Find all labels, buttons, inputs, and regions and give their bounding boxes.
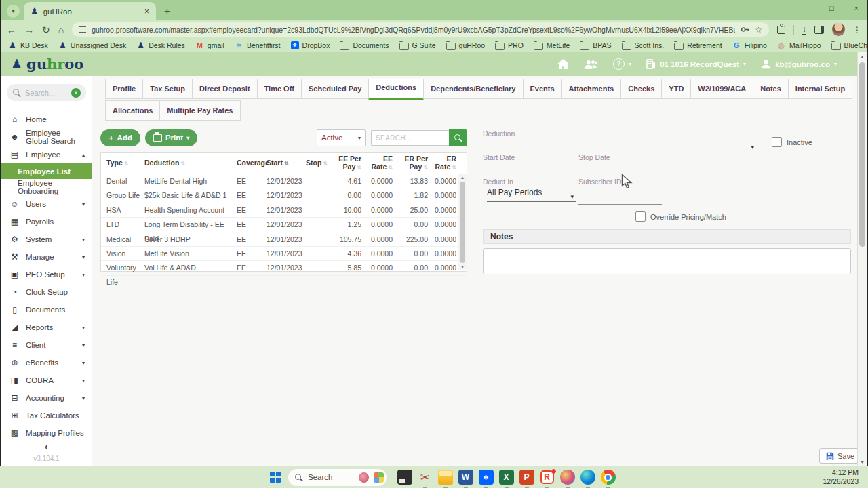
notes-textarea[interactable] [483, 248, 851, 274]
tab-w2-1099-aca[interactable]: W2/1099/ACA [690, 79, 753, 99]
taskbar-chrome-icon[interactable] [600, 470, 616, 485]
tab-tax-setup[interactable]: Tax Setup [142, 79, 193, 99]
site-info-icon[interactable] [79, 26, 86, 33]
taskbar-desktop-icon[interactable] [397, 470, 412, 485]
guhroo-logo[interactable]: ♟ guhroo [11, 57, 83, 71]
sidebar-item-employee-global-search[interactable]: ☻ Employee Global Search [1, 128, 92, 146]
table-scroll-thumb[interactable] [460, 182, 465, 263]
add-button[interactable]: + Add [100, 129, 140, 146]
taskbar-search[interactable]: Search [288, 468, 387, 487]
column-header[interactable]: Deduction⇅ [142, 159, 237, 168]
deductions-search-input[interactable] [371, 130, 449, 146]
tab-dependents-beneficiary[interactable]: Dependents/Beneficiary [423, 79, 523, 99]
address-bar[interactable]: guhroo.prosoftware.com/master.aspx#emplo… [72, 22, 769, 37]
column-header[interactable]: ER Per Pay⇅ [395, 155, 431, 172]
tab-notes[interactable]: Notes [753, 79, 789, 99]
deduction-select[interactable]: ▾ [483, 139, 756, 152]
sidebar-item-ebenefits[interactable]: ⊕ eBenefits ▾ [1, 354, 92, 371]
help-icon[interactable]: ? ▾ [613, 58, 631, 70]
new-tab-button[interactable]: + [164, 5, 170, 16]
sidebar-item-employee-onboarding[interactable]: Employee Onboarding [1, 179, 92, 195]
bookmark-item[interactable]: ≋ Benefitfirst [235, 41, 281, 50]
tab-direct-deposit[interactable]: Direct Deposit [192, 79, 258, 99]
sort-icon[interactable]: ⇅ [357, 165, 361, 171]
column-header[interactable]: ER Rate⇅ [431, 155, 459, 172]
sidebar-item-reports[interactable]: ◢ Reports ▾ [1, 319, 92, 336]
tab-close-icon[interactable]: × [144, 7, 149, 16]
sidebar-item-clock-setup[interactable]: ◔ Clock Setup [1, 283, 92, 301]
bookmark-item[interactable]: Retirement [674, 41, 722, 50]
inactive-checkbox-group[interactable]: Inactive [772, 137, 812, 147]
tab-deductions[interactable]: Deductions [368, 79, 424, 100]
sidebar-item-peo-setup[interactable]: ▣ PEO Setup ▾ [1, 266, 92, 283]
refresh-icon[interactable]: ↻ [42, 25, 50, 35]
clear-search-icon[interactable]: × [71, 88, 81, 98]
tab-scheduled-pay[interactable]: Scheduled Pay [301, 79, 369, 99]
scroll-up-icon[interactable]: ▲ [460, 174, 465, 181]
bookmark-item[interactable]: ♟ KB Desk [8, 41, 48, 50]
inactive-checkbox[interactable] [772, 137, 782, 147]
user-account-menu[interactable]: kb@guhroo.co ▾ [761, 59, 837, 69]
downloads-icon[interactable]: ↓ [802, 24, 806, 35]
column-header[interactable]: Stop⇅ [306, 159, 332, 168]
bookmark-item[interactable]: MetLife [534, 41, 570, 50]
save-button[interactable]: Save [819, 448, 861, 464]
employees-group-icon[interactable] [584, 60, 598, 69]
taskbar-edge-icon[interactable] [580, 470, 595, 485]
sidebar-item-client[interactable]: ≡ Client ▾ [1, 336, 92, 354]
sidebar-item-system[interactable]: ⚙ System ▾ [1, 230, 92, 248]
sidebar-item-tax-calculators[interactable]: ⊞ Tax Calculators [1, 407, 92, 424]
bookmark-item[interactable]: Documents [340, 41, 389, 50]
scroll-down-icon[interactable]: ▼ [460, 264, 465, 270]
sidebar-item-home[interactable]: ⌂ Home [1, 110, 92, 128]
sort-icon[interactable]: ⇅ [180, 161, 185, 167]
column-header[interactable]: EE Rate⇅ [364, 155, 395, 172]
table-row[interactable]: Medical Silver 3 HDHP EE 12/01/2023 105.… [101, 232, 467, 247]
sort-icon[interactable]: ⇅ [452, 165, 456, 171]
column-header[interactable]: Coverage⇅ [237, 159, 267, 168]
bookmark-item[interactable]: guHRoo [446, 41, 486, 50]
forward-icon[interactable]: → [24, 25, 34, 35]
column-header[interactable]: Type⇅ [101, 159, 142, 168]
bookmark-item[interactable]: G Suite [399, 41, 436, 50]
sidebar-item-manage[interactable]: ⚒ Manage ▾ [1, 248, 92, 266]
subscriber-id-input[interactable] [578, 186, 662, 205]
taskbar-snipping-tool-icon[interactable]: ✂ [417, 470, 433, 485]
sidebar-item-accounting[interactable]: ⊟ Accounting ▾ [1, 389, 92, 407]
sidebar-search[interactable]: Search... × [7, 84, 86, 101]
home-icon[interactable] [557, 59, 569, 69]
tab-multiple-pay-rates[interactable]: Multiple Pay Rates [159, 100, 240, 121]
bookmark-item[interactable]: BPAS [580, 41, 611, 50]
start-date-input[interactable] [483, 161, 580, 176]
tab-ytd[interactable]: YTD [661, 79, 691, 99]
sort-icon[interactable]: ⇅ [284, 161, 289, 167]
search-button[interactable] [449, 129, 467, 146]
column-header[interactable]: EE Per Pay⇅ [332, 155, 364, 172]
table-row[interactable]: Vision MetLife Vision EE 12/01/2023 4.36… [101, 247, 467, 261]
password-key-icon[interactable] [741, 25, 749, 34]
table-row[interactable]: HSA Health Spending Account EE 12/01/202… [101, 203, 467, 218]
table-row[interactable]: Voluntary Life Vol Life & AD&D EE 12/01/… [101, 261, 467, 275]
bookmark-item[interactable]: PRO [495, 41, 524, 50]
table-row[interactable]: Dental MetLife Dental High EE 12/01/2023… [101, 174, 467, 188]
taskbar-r-app-icon[interactable]: R [539, 470, 555, 485]
tab-attachments[interactable]: Attachments [561, 79, 622, 99]
table-row[interactable]: Group Life $25k Basic Life & AD&D 1 EE 1… [101, 188, 467, 203]
window-minimize-button[interactable]: – [805, 4, 809, 12]
sidebar-item-cobra[interactable]: ◨ COBRA ▾ [1, 371, 92, 389]
browser-tab[interactable]: ♟ guHRoo × [24, 2, 156, 20]
extensions-icon[interactable] [777, 26, 785, 34]
sidebar-collapse-icon[interactable]: ‹ [1, 441, 92, 452]
sort-icon[interactable]: ⇅ [124, 161, 129, 167]
tab-checks[interactable]: Checks [620, 79, 662, 99]
print-button[interactable]: Print ▾ [145, 129, 197, 146]
tab-allocations[interactable]: Allocations [105, 100, 160, 121]
start-button-icon[interactable] [270, 472, 281, 483]
bookmark-item[interactable]: ♟ Desk Rules [136, 41, 185, 50]
sidebar-item-mapping-profiles[interactable]: ▩ Mapping Profiles [1, 424, 92, 442]
column-header[interactable]: Start⇅ [267, 159, 306, 168]
sort-icon[interactable]: ⇅ [423, 165, 428, 171]
bookmark-item[interactable]: ❖ DropBox [291, 41, 330, 49]
override-checkbox-group[interactable]: Override Pricing/Match [635, 211, 726, 222]
sidebar-item-users[interactable]: ☺ Users ▾ [1, 195, 92, 213]
